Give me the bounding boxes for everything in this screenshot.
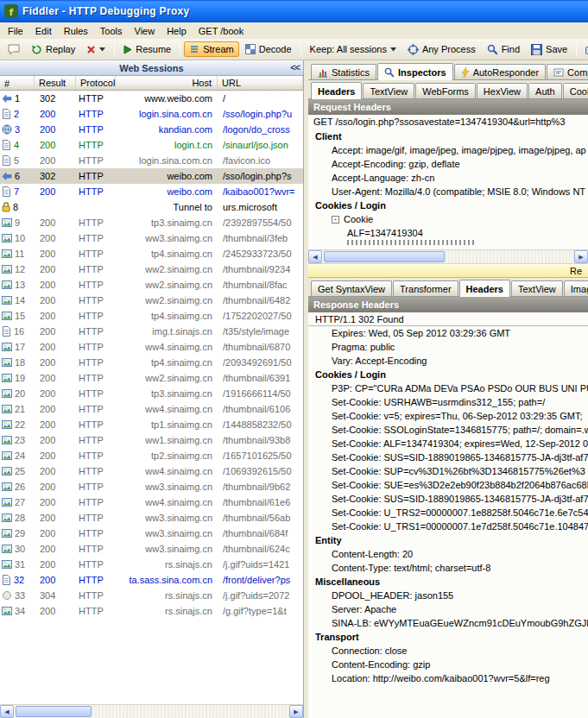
session-row[interactable]: 6302HTTPweibo.com/sso/login.php?s bbox=[0, 168, 303, 184]
tab-req-auth[interactable]: Auth bbox=[528, 83, 562, 98]
sessions-horizontal-scrollbar[interactable]: ◀ ▶ bbox=[0, 704, 303, 718]
request-line[interactable]: GET /sso/login.php?ssosavestate=13474193… bbox=[308, 115, 588, 129]
session-row[interactable]: 21200HTTPww4.sinaimg.cn/thumbnail/6106 bbox=[0, 401, 303, 417]
column-header-number[interactable]: # bbox=[0, 76, 35, 90]
scroll-left-arrow-icon[interactable]: ◀ bbox=[0, 705, 14, 718]
session-row[interactable]: 16200HTTPimg.t.sinajs.cn/t35/style/image bbox=[0, 324, 303, 339]
session-row[interactable]: 11200HTTPtp4.sinaimg.cn/2452933723/50 bbox=[0, 246, 303, 261]
header-line[interactable]: Expires: Wed, 05 Sep 2012 03:29:36 GMT bbox=[308, 326, 588, 340]
headers-section-title[interactable]: Entity bbox=[308, 533, 588, 547]
tab-autoresponder[interactable]: AutoResponder bbox=[454, 64, 546, 79]
header-line[interactable]: SINA-LB: eWYyMTEuaGEueWZncm91cDEuYmoubG9… bbox=[308, 616, 588, 630]
header-line[interactable]: Set-Cookie: SUS=SID-1889019865-134681577… bbox=[308, 492, 588, 506]
header-line[interactable]: DPOOL_HEADER: jason155 bbox=[308, 589, 588, 602]
any-process-button[interactable]: Any Process bbox=[402, 41, 481, 58]
tab-resp-textview[interactable]: TextView bbox=[511, 280, 563, 296]
session-row[interactable]: 29200HTTPww3.sinaimg.cn/thumbnail/684f bbox=[0, 526, 303, 541]
replay-button[interactable]: Replay bbox=[26, 41, 80, 58]
header-line[interactable]: Accept-Language: zh-cn bbox=[308, 171, 588, 185]
column-header-protocol[interactable]: Protocol bbox=[76, 76, 116, 90]
menu-help[interactable]: Help bbox=[161, 24, 193, 38]
collapse-toggle-icon[interactable]: - bbox=[332, 216, 339, 224]
tab-composer[interactable]: Composer bbox=[547, 64, 588, 79]
session-row[interactable]: 34200HTTPrs.sinajs.cn/g.gif?type=1&t bbox=[0, 603, 303, 619]
session-row[interactable]: 20200HTTPtp3.sinaimg.cn/1916666114/50 bbox=[0, 386, 303, 401]
tab-req-textview[interactable]: TextView bbox=[363, 83, 414, 98]
session-row[interactable]: 12200HTTPww2.sinaimg.cn/thumbnail/9234 bbox=[0, 261, 303, 277]
header-line[interactable]: Location: http://weibo.com/kaibao001?wvr… bbox=[308, 671, 588, 685]
session-row[interactable]: 4200HTTPlogin.t.cn/sinaurl/jso.json bbox=[0, 137, 303, 153]
comment-button[interactable] bbox=[3, 41, 25, 58]
headers-section-title[interactable]: Cookies / Login bbox=[308, 198, 588, 212]
header-line[interactable]: Set-Cookie: USRHAWB=usrmdins312_155; pat… bbox=[308, 395, 588, 409]
header-line[interactable]: Server: Apache bbox=[308, 602, 588, 616]
tab-statistics[interactable]: Statistics bbox=[311, 64, 376, 79]
header-line[interactable]: User-Agent: Mozilla/4.0 (compatible; MSI… bbox=[308, 185, 588, 198]
header-line[interactable]: Content-Encoding: gzip bbox=[308, 658, 588, 671]
scroll-right-arrow-icon[interactable]: ▶ bbox=[574, 250, 588, 263]
session-row[interactable]: 10200HTTPww3.sinaimg.cn/thumbnail/3feb bbox=[0, 230, 303, 246]
header-line[interactable]: Accept: image/gif, image/jpeg, image/pjp… bbox=[308, 143, 588, 157]
session-row[interactable]: 9200HTTPtp3.sinaimg.cn/2392897554/50 bbox=[0, 215, 303, 230]
menu-file[interactable]: File bbox=[2, 24, 29, 38]
session-row[interactable]: 23200HTTPww1.sinaimg.cn/thumbnail/93b8 bbox=[0, 432, 303, 448]
menu-get-book[interactable]: GET /book bbox=[193, 24, 250, 38]
header-line[interactable]: ALF=1347419304 bbox=[308, 226, 588, 240]
tab-resp-transformer[interactable]: Transformer bbox=[393, 280, 458, 296]
collapse-panel-button[interactable]: << bbox=[290, 62, 300, 72]
header-line[interactable]: Set-Cookie: U_TRS2=00000007.1e88258f.504… bbox=[308, 506, 588, 520]
tab-resp-get-syntaxview[interactable]: Get SyntaxView bbox=[311, 280, 392, 296]
header-line[interactable]: Set-Cookie: U_TRS1=00000007.1e7d258f.504… bbox=[308, 520, 588, 533]
header-line[interactable]: Pragma: public bbox=[308, 340, 588, 354]
headers-section-title[interactable]: Transport bbox=[308, 630, 588, 644]
header-line[interactable]: Set-Cookie: SUP=cv%3D1%26bt%3D1346815775… bbox=[308, 464, 588, 478]
menu-tools[interactable]: Tools bbox=[94, 24, 129, 38]
tab-req-cookies[interactable]: Cookies bbox=[563, 83, 588, 98]
header-line[interactable]: Set-Cookie: SUE=es%3D2e2eb90f23b884b2f20… bbox=[308, 478, 588, 492]
encoding-warning-bar[interactable]: Re bbox=[308, 263, 588, 278]
screenshot-button[interactable] bbox=[580, 42, 588, 57]
header-line[interactable]: Set-Cookie: SSOLoginState=1346815775; pa… bbox=[308, 423, 588, 437]
scrollbar-thumb[interactable] bbox=[16, 706, 92, 717]
save-button[interactable]: Save bbox=[526, 41, 572, 58]
response-status-line[interactable]: HTTP/1.1 302 Found bbox=[308, 312, 588, 326]
session-row[interactable]: 27200HTTPww4.sinaimg.cn/thumbnail/61e6 bbox=[0, 494, 303, 510]
session-row[interactable]: 18200HTTPtp4.sinaimg.cn/2093492691/50 bbox=[0, 355, 303, 370]
column-header-url[interactable]: URL bbox=[218, 76, 303, 90]
header-line[interactable]: Set-Cookie: ALF=1347419304; expires=Wed,… bbox=[308, 437, 588, 450]
tab-req-webforms[interactable]: WebForms bbox=[415, 83, 476, 98]
session-row[interactable]: 17200HTTPww4.sinaimg.cn/thumbnail/6870 bbox=[0, 339, 303, 355]
menu-view[interactable]: View bbox=[129, 24, 161, 38]
session-row[interactable]: 14200HTTPww2.sinaimg.cn/thumbnail/6482 bbox=[0, 293, 303, 308]
stream-button[interactable]: Stream bbox=[184, 41, 238, 57]
header-line[interactable]: -Cookie bbox=[308, 212, 588, 226]
session-row[interactable]: 1302HTTPwww.weibo.com/ bbox=[0, 91, 303, 106]
session-row[interactable]: 28200HTTPww3.sinaimg.cn/thumbnail/56ab bbox=[0, 510, 303, 526]
tab-req-hexview[interactable]: HexView bbox=[477, 83, 528, 98]
session-row[interactable]: 22200HTTPtp1.sinaimg.cn/1448858232/50 bbox=[0, 417, 303, 432]
session-row[interactable]: 30200HTTPww3.sinaimg.cn/thumbnail/624c bbox=[0, 541, 303, 557]
session-row[interactable]: 24200HTTPtp2.sinaimg.cn/1657101625/50 bbox=[0, 448, 303, 463]
menu-rules[interactable]: Rules bbox=[58, 24, 94, 38]
header-line[interactable]: Content-Length: 20 bbox=[308, 547, 588, 561]
headers-section-title[interactable]: Miscellaneous bbox=[308, 575, 588, 589]
session-row[interactable]: 13200HTTPww2.sinaimg.cn/thumbnail/8fac bbox=[0, 277, 303, 293]
scroll-right-arrow-icon[interactable]: ▶ bbox=[289, 705, 303, 718]
header-line[interactable]: Accept-Encoding: gzip, deflate bbox=[308, 157, 588, 171]
keep-sessions-dropdown[interactable]: Keep: All sessions bbox=[305, 41, 401, 57]
header-line[interactable]: P3P: CP="CURa ADMa DEVa PSAo PSDo OUR BU… bbox=[308, 381, 588, 395]
session-row[interactable]: 32200HTTPta.sass.sina.com.cn/front/deliv… bbox=[0, 572, 303, 588]
session-row[interactable]: 15200HTTPtp4.sinaimg.cn/1752202027/50 bbox=[0, 308, 303, 324]
header-line[interactable]: Set-Cookie: SUS=SID-1889019865-134681577… bbox=[308, 450, 588, 464]
resume-button[interactable]: Resume bbox=[118, 41, 176, 57]
headers-section-title[interactable]: Client bbox=[308, 129, 588, 143]
scrollbar-track[interactable] bbox=[14, 705, 289, 718]
decode-button[interactable]: Decode bbox=[240, 41, 297, 57]
headers-section-title[interactable]: Cookies / Login bbox=[308, 368, 588, 381]
column-header-result[interactable]: Result bbox=[35, 76, 76, 90]
menu-edit[interactable]: Edit bbox=[29, 24, 58, 38]
header-line[interactable]: Set-Cookie: v=5; expires=Thu, 06-Sep-201… bbox=[308, 409, 588, 423]
session-row[interactable]: 2200HTTPlogin.sina.com.cn/sso/login.php?… bbox=[0, 106, 303, 122]
session-row[interactable]: 19200HTTPww2.sinaimg.cn/thumbnail/6391 bbox=[0, 370, 303, 386]
header-line[interactable]: Content-Type: text/html; charset=utf-8 bbox=[308, 561, 588, 575]
